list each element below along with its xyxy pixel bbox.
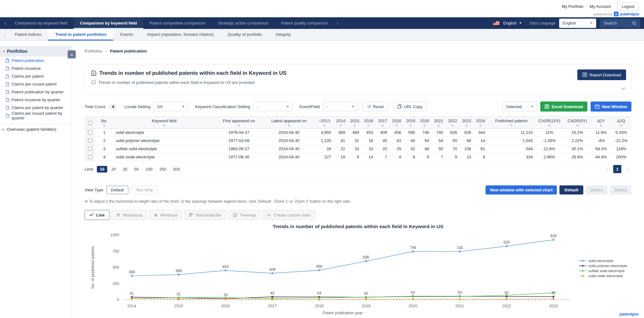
column-header[interactable]: Keyword field⇅ [113,117,215,129]
view-default-button[interactable]: Default [107,186,128,194]
sort-icon[interactable]: ⇅ [391,124,402,127]
sidebar-item[interactable]: Patent publication [0,57,72,64]
chart-tab-line[interactable]: Line [85,210,109,220]
row-checkbox[interactable] [88,130,92,134]
my-account-link[interactable]: My Account [590,4,611,9]
sort-icon[interactable]: ⇅ [475,124,486,127]
my-portfolio-link[interactable]: My Portfolio [562,4,583,9]
tab-integrity[interactable]: Integrity [269,29,298,41]
chart-tab-create-custom[interactable]: Create custom chart [262,210,315,220]
column-header[interactable]: 2016⇅ [362,117,376,129]
report-download-button[interactable]: Report Download [577,69,626,80]
sort-icon[interactable]: ⇅ [592,124,610,127]
row-checkbox[interactable] [88,147,92,151]
column-header[interactable]: ~2013⇅ [315,117,334,129]
sort-icon[interactable]: ⇅ [489,124,534,127]
limit-option[interactable]: 20 [108,166,119,173]
sort-icon[interactable]: ⇅ [216,124,262,127]
column-header[interactable]: 2020⇅ [418,117,432,129]
tab-trend-in-patent-portfolios[interactable]: Trend in patent portfolios [48,29,113,41]
sidebar-collapse-button[interactable]: « [68,50,76,58]
next-page-button[interactable]: › [623,165,631,173]
new-window-selected-chart-button[interactable]: New window with selected chart [486,185,557,195]
sidebar-item[interactable]: Claims per patent [0,72,72,80]
sort-icon[interactable]: ⇅ [612,124,630,127]
zoom2-button[interactable]: Zoom2 [610,185,631,195]
sort-icon[interactable]: ⇅ [377,124,389,127]
limit-option[interactable]: 10 [97,166,107,173]
sidebar-item[interactable]: Patent issuance [0,64,72,72]
column-header[interactable]: 2021⇅ [432,117,446,129]
row-checkbox[interactable] [88,139,92,143]
tab-events[interactable]: Events [113,29,140,41]
sort-icon[interactable]: ⇅ [419,124,430,127]
sidebar-item[interactable]: Claims per issued patent [0,80,72,88]
chart-size-default-button[interactable]: Default [559,185,583,195]
column-header[interactable]: 2014⇅ [334,117,348,129]
prev-page-button[interactable]: ‹ [603,165,611,173]
limit-option[interactable]: 100 [143,166,155,173]
sort-icon[interactable]: ⇅ [405,124,417,127]
column-header[interactable]: Latest appeared on⇅ [263,117,315,129]
column-header[interactable]: CAGR(10Y)⇅ [535,117,563,129]
sort-icon[interactable]: ⇅ [363,124,375,127]
column-header[interactable]: 2015⇅ [348,117,362,129]
column-header[interactable]: 2024⇅ [474,117,488,129]
column-header[interactable]: 2018⇅ [390,117,404,129]
page-number[interactable]: 1 [613,165,621,173]
sort-icon[interactable]: ⇅ [316,124,332,127]
sort-icon[interactable]: ⇅ [433,124,445,127]
column-header[interactable]: 2017⇅ [376,117,390,129]
column-header[interactable]: 2019⇅ [404,117,418,129]
keyword-classification-select[interactable]: - [253,102,292,111]
sidebar-item[interactable]: Patent issuance by quarter [0,96,72,104]
sort-icon[interactable]: ⇅ [536,124,562,127]
tab-patent-competitive-comparison[interactable]: Patent competitive comparison [143,17,212,29]
tab-impact[interactable]: Impact (reputation, forward citation) [140,29,221,41]
url-copy-button[interactable]: URL Copy [393,102,427,111]
sort-icon[interactable]: ⇅ [564,124,590,127]
excel-download-button[interactable]: Excel Download [540,101,587,112]
tab-comparison-by-keyword-field-alt[interactable]: Comparison by keyword field [8,17,74,29]
new-window-button[interactable]: New Window [591,101,631,112]
portfolios-section-header[interactable]: ▾ Portfolios [0,46,72,57]
limit-option[interactable]: 250 [157,166,169,173]
data-language-select[interactable]: English [559,19,596,28]
sort-icon[interactable]: ⇅ [461,124,473,127]
chart-tab-horizontal-bar[interactable]: Horizontal Bar [184,210,226,220]
selected-dropdown[interactable]: Selected [502,102,537,111]
chart-tab-windrose[interactable]: Windrose [149,210,182,220]
sidebar-item-overseas[interactable]: ▸ Overseas (patent families) [0,124,72,134]
chart-tab-treemap[interactable]: Treemap [228,210,261,220]
sort-icon[interactable]: ⇅ [447,124,458,127]
tab-patent-indices[interactable]: Patent indices [8,29,48,41]
limit-option[interactable]: 50 [131,166,142,173]
sort-icon[interactable]: ⇅ [97,124,112,127]
row-checkbox[interactable] [88,155,92,159]
logout-button[interactable]: Logout [617,3,639,10]
search-box[interactable]: Search [600,19,640,28]
sort-icon[interactable]: ⇅ [335,124,347,127]
event-field-select[interactable]: - [323,102,358,111]
limit-option[interactable]: 25 [120,166,130,173]
sort-icon[interactable]: ⇅ [349,124,361,127]
nav-scroll-right-icon[interactable]: › [334,17,341,29]
zoom1-button[interactable]: Zoom1 [586,185,607,195]
sidebar-item[interactable]: Claims per patent by quarter [0,104,72,112]
locale-select[interactable]: US [153,102,188,111]
ui-language-select[interactable]: English [503,21,522,25]
tab-comparison-by-keyword-field[interactable]: Comparison by keyword field [74,17,143,29]
nav-scroll-left-icon[interactable]: ‹ [2,17,8,29]
column-header[interactable]: CAGR(5Y)⇅ [563,117,591,129]
column-header[interactable]: Published patents⇅ [488,117,536,129]
subnav-scroll-left-icon[interactable]: ‹ [1,29,8,41]
sort-icon[interactable]: ⇅ [264,124,314,127]
tab-quality-of-portfolio[interactable]: Quality of portfolio [221,29,269,41]
column-header[interactable]: No.⇅ [95,117,113,129]
tab-strategic-action-comparison[interactable]: Strategic action comparison [212,17,275,29]
limit-option[interactable]: 500 [170,166,183,173]
breadcrumb-portfolios[interactable]: Portfolios [85,49,102,53]
sidebar-item[interactable]: Claims per issued patent by quarter [0,112,72,119]
column-header[interactable]: Δ2Q⇅ [611,117,631,129]
sort-icon[interactable]: ⇅ [114,124,214,127]
